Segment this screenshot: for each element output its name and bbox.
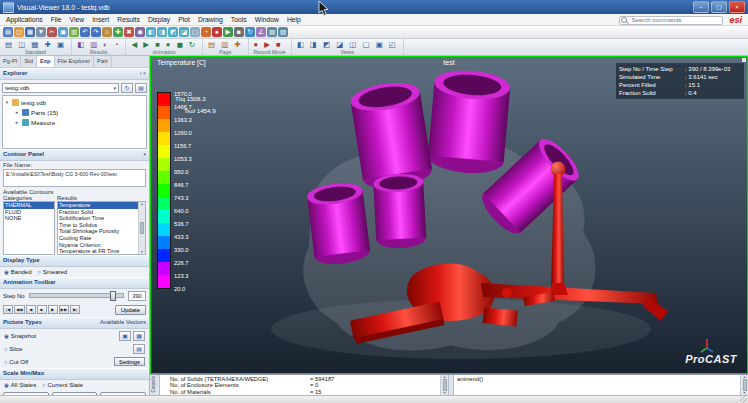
toolbar-group-icons[interactable]: ◧ ◨ ◩ ◪ ◫ ▢ ▣ ◰ <box>297 40 398 49</box>
transport-button[interactable]: ◀◀ <box>14 305 25 314</box>
category-item[interactable]: FLUID <box>4 209 54 216</box>
expander-icon[interactable]: ▸ <box>14 119 20 125</box>
toolbar-icon[interactable]: ▦ <box>25 27 35 37</box>
toolbar-icon[interactable]: ✂ <box>47 27 57 37</box>
menu-item[interactable]: File <box>47 14 66 25</box>
toolbar-icon[interactable]: ◫ <box>14 27 24 37</box>
radio-scale[interactable]: ○ Current State <box>42 382 83 388</box>
toolbar-icon[interactable]: ▤ <box>3 27 13 37</box>
toolbar-group-icons[interactable]: ● ▶ ■ <box>254 40 286 49</box>
toolbar-icon[interactable]: ● <box>212 27 222 37</box>
vector-button-1[interactable]: ▣ <box>119 331 131 341</box>
toolbar-icon[interactable]: ◪ <box>179 27 189 37</box>
console-scrollbar[interactable]: ▲ ▼ <box>440 375 448 395</box>
tree-item-root[interactable]: ▾ testg.vdb <box>4 97 145 107</box>
toolbar-icon[interactable]: ◉ <box>135 27 145 37</box>
sidebar-tab[interactable]: Std <box>21 56 37 67</box>
expander-icon[interactable]: ▸ <box>14 109 20 115</box>
category-item[interactable]: NONE <box>4 215 54 222</box>
command-console[interactable]: animend() <box>454 375 740 395</box>
transport-button[interactable]: ▶| <box>70 305 80 314</box>
scrollbar-thumb[interactable] <box>743 379 747 391</box>
toolbar-icon[interactable]: ◩ <box>168 27 178 37</box>
maximize-button[interactable]: ▢ <box>711 1 727 13</box>
toolbar-group-icons[interactable]: ◀ ▶ ■ ● ◼ ↻ <box>131 40 197 49</box>
sidebar-tab[interactable]: File Explorer <box>55 56 95 67</box>
search-input[interactable] <box>619 16 723 25</box>
toolbar-icon[interactable]: ✚ <box>113 27 123 37</box>
toolbar-icon[interactable]: ✖ <box>124 27 134 37</box>
collapse-icon[interactable]: ▾ <box>143 150 146 160</box>
result-item[interactable]: Temperature <box>58 202 138 209</box>
resize-grip[interactable] <box>740 396 747 402</box>
results-scrollbar[interactable]: ▲ ▼ <box>138 202 145 254</box>
transport-button[interactable]: ▶ <box>48 305 58 314</box>
radio-display-type[interactable]: ○ Smeared <box>38 269 68 275</box>
tree-item-parts[interactable]: ▸ Parts (15) <box>4 107 145 117</box>
toolbar-group[interactable]: ● ▶ ■ Record Movie <box>249 39 292 55</box>
menu-item[interactable]: Applications <box>2 14 47 25</box>
toolbar-icon[interactable]: ■ <box>234 27 244 37</box>
toolbar-icon[interactable]: ▼ <box>36 27 46 37</box>
sidebar-tab[interactable]: Exp <box>37 56 55 67</box>
toolbar-icon[interactable]: ▧ <box>278 27 288 37</box>
toolbar-icon[interactable]: ↻ <box>245 27 255 37</box>
menu-item[interactable]: Plot <box>174 14 194 25</box>
menu-item[interactable]: Help <box>283 14 305 25</box>
result-item[interactable]: Temperature at FR Time <box>58 248 138 254</box>
menu-item[interactable]: Tools <box>227 14 251 25</box>
transport-button[interactable]: ◀ <box>26 305 36 314</box>
toolbar-icon[interactable]: ▨ <box>267 27 277 37</box>
scroll-down-icon[interactable]: ▼ <box>140 250 143 254</box>
menu-item[interactable]: Insert <box>88 14 113 25</box>
menu-item[interactable]: View <box>66 14 89 25</box>
expander-icon[interactable]: ▾ <box>4 99 10 105</box>
toolbar-icon[interactable]: ◨ <box>157 27 167 37</box>
pin-icon[interactable]: ▪ <box>140 70 142 76</box>
toolbar-group[interactable]: ◧ ◨ ◩ ◪ ◫ ▢ ▣ ◰ Views <box>292 39 404 55</box>
close-button[interactable]: × <box>729 1 745 13</box>
viewport-corner-icon[interactable] <box>742 58 746 62</box>
scrollbar-thumb[interactable] <box>443 379 447 391</box>
toolbar-icon[interactable]: ◧ <box>146 27 156 37</box>
radio-cutoff[interactable]: ○ Cut Off <box>4 359 112 365</box>
panel-close-icon[interactable]: × <box>143 70 146 76</box>
toolbar-icon[interactable]: ▢ <box>190 27 200 37</box>
radio-scale[interactable]: ◉ All States <box>4 382 36 388</box>
scrollbar-thumb[interactable] <box>140 222 144 234</box>
console-tab[interactable]: Console <box>150 375 160 395</box>
model-selector[interactable]: testg.vdb ▾ <box>2 83 119 93</box>
vector-button-2[interactable]: ▦ <box>133 331 145 341</box>
minimize-button[interactable]: – <box>693 1 709 13</box>
radio-display-type[interactable]: ◉ Banded <box>4 269 32 275</box>
menu-item[interactable]: Display <box>144 14 174 25</box>
step-slider[interactable] <box>29 293 124 298</box>
tree-item-measure[interactable]: ▸ Measure <box>4 117 145 127</box>
toolbar-icon[interactable]: ▣ <box>58 27 68 37</box>
toolbar-icon[interactable]: ∠ <box>256 27 266 37</box>
result-item[interactable]: Fraction Solid <box>58 209 138 216</box>
list-view-icon[interactable]: ▤ <box>135 83 147 93</box>
toolbar-group[interactable]: ▤ ◫ ▦ ✚ ▣ Standard <box>0 39 72 55</box>
viewport[interactable]: test Temperature [C] Tliq 1508.3 Tsol 14… <box>150 56 748 374</box>
category-item[interactable]: THERMAL <box>4 202 54 209</box>
radio-snapshot[interactable]: ◉ Snapshot <box>4 333 117 339</box>
step-value[interactable]: 390 <box>128 291 146 301</box>
riser-cylinder[interactable] <box>306 181 371 267</box>
result-item[interactable]: Cooling Rate <box>58 235 138 242</box>
toolbar-icon[interactable]: ↶ <box>80 27 90 37</box>
toolbar-icon[interactable]: ▥ <box>69 27 79 37</box>
toolbar-group-icons[interactable]: ▤ ▥ ✚ <box>208 40 243 49</box>
update-button[interactable]: Update <box>115 305 146 315</box>
vector-button-3[interactable]: ▤ <box>133 344 145 354</box>
slider-thumb[interactable] <box>110 291 116 301</box>
command-scrollbar[interactable]: ▲ ▼ <box>740 375 748 395</box>
sidebar-tab[interactable]: Pg-Pl <box>0 56 21 67</box>
toolbar-group[interactable]: ◧ ▥ ◐ ◔ Results <box>72 39 126 55</box>
toolbar-group[interactable]: ▤ ▥ ✚ Page <box>203 39 249 55</box>
scroll-up-icon[interactable]: ▲ <box>140 202 143 206</box>
result-item[interactable]: Niyama Criterion <box>58 242 138 249</box>
radio-slice[interactable]: ○ Slice <box>4 346 131 352</box>
toolbar-group-icons[interactable]: ◧ ▥ ◐ ◔ <box>77 40 120 49</box>
transport-button[interactable]: ■ <box>37 305 47 314</box>
